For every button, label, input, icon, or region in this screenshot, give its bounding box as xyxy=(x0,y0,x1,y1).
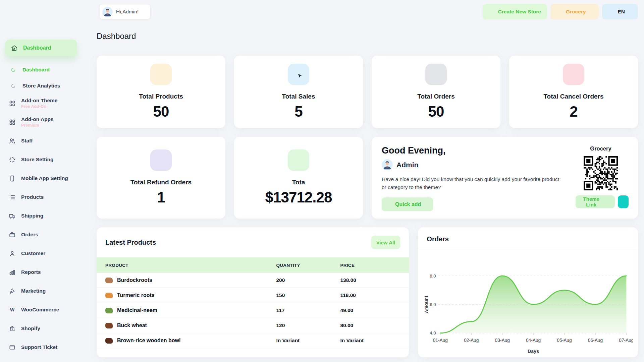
main-content: Hi,Admin! Create New Store Grocery EN Da… xyxy=(83,0,644,362)
sidebar-item-icon xyxy=(9,344,16,351)
svg-text:Amount: Amount xyxy=(424,296,429,313)
sidebar-item-icon xyxy=(9,119,16,126)
stat-card-value: 50 xyxy=(153,103,169,120)
stat-card-icon xyxy=(563,64,584,85)
stat-card-icon xyxy=(288,149,309,171)
chevron-icon xyxy=(71,195,76,199)
sidebar-item-icon xyxy=(9,100,16,107)
sidebar-item-marketing[interactable]: Marketing xyxy=(0,282,83,300)
product-price: 49.00 xyxy=(340,307,409,313)
product-quantity: 200 xyxy=(276,277,340,283)
sidebar-item-label: Reports xyxy=(21,269,41,275)
greeting-title: Good Evening, xyxy=(382,145,576,156)
language-selector-button[interactable]: EN xyxy=(602,4,638,19)
sidebar-item-dashboard-sub[interactable]: Dashboard xyxy=(0,62,83,78)
user-menu[interactable]: Hi,Admin! xyxy=(99,4,151,19)
product-name: Medicinal-neem xyxy=(117,307,157,313)
product-thumbnail xyxy=(105,308,113,313)
orders-chart-card: Orders 4.06.08.001-Aug02-Aug03-Aug04-Aug… xyxy=(418,227,638,357)
svg-text:07-Aug: 07-Aug xyxy=(619,338,633,343)
sidebar-item-icon xyxy=(9,175,16,182)
admin-avatar xyxy=(382,159,393,170)
sidebar-item-icon xyxy=(9,306,16,313)
sidebar-item-icon xyxy=(9,213,16,220)
products-table-body: Burdockroots 200 138.00 Turmeric roots 1… xyxy=(97,273,409,348)
sidebar-item-shipping[interactable]: Shipping xyxy=(0,206,83,225)
product-quantity: 120 xyxy=(276,322,340,328)
sidebar-item-orders[interactable]: Orders xyxy=(0,225,83,244)
stat-card-label: Total Cancel Orders xyxy=(543,93,603,100)
product-thumbnail xyxy=(105,278,113,283)
chevron-icon xyxy=(71,138,76,143)
sidebar-item-support-ticket[interactable]: Support Ticket xyxy=(0,338,83,357)
sidebar-item-label: Products xyxy=(21,194,44,200)
column-product: PRODUCT xyxy=(97,263,276,268)
sidebar-item-add-on-apps[interactable]: Add-on Apps Premium xyxy=(0,113,83,131)
sidebar-item-label: Dashboard xyxy=(22,67,50,73)
stat-card-value: 5 xyxy=(294,103,302,120)
product-price: 138.00 xyxy=(340,277,409,283)
store-name-label: Grocery xyxy=(590,145,611,152)
sidebar-item-staff[interactable]: Staff xyxy=(0,131,83,150)
products-table-header: PRODUCT QUANTITY PRICE xyxy=(97,257,409,273)
stat-card-label: Total Sales xyxy=(282,93,315,100)
sidebar-item-add-on-theme[interactable]: Add-on Theme Free Add-On xyxy=(0,94,83,113)
sidebar-item-label: Dashboard xyxy=(23,45,51,51)
sidebar-item-store-analytics[interactable]: Store Analytics xyxy=(0,78,83,94)
sidebar-item-woocommerce[interactable]: WooCommerce xyxy=(0,300,83,319)
stat-card: Total Orders 50 xyxy=(372,56,500,128)
product-name: Burdockroots xyxy=(117,277,152,283)
plus-circle-icon xyxy=(489,9,495,15)
share-button[interactable] xyxy=(618,195,629,208)
product-thumbnail xyxy=(105,293,113,298)
stat-card: Tota $13712.28 xyxy=(234,137,363,219)
product-quantity: In Variant xyxy=(276,338,340,344)
sidebar-item-customer[interactable]: Customer xyxy=(0,244,83,263)
product-name: Brown-rice wooden bowl xyxy=(117,338,180,344)
svg-text:01-Aug: 01-Aug xyxy=(433,338,448,343)
sidebar-item-icon xyxy=(9,231,16,238)
storefront-icon xyxy=(556,9,563,15)
stat-card: Total Refund Orders 1 xyxy=(97,137,225,219)
share-icon xyxy=(620,199,626,205)
view-all-button[interactable]: View All xyxy=(371,236,400,249)
theme-link-button[interactable]: Theme Link xyxy=(576,195,615,208)
svg-text:06-Aug: 06-Aug xyxy=(588,338,603,343)
sidebar-item-icon xyxy=(9,250,16,257)
svg-text:05-Aug: 05-Aug xyxy=(557,338,572,343)
quick-add-button[interactable]: Quick add xyxy=(382,197,433,211)
svg-text:6.0: 6.0 xyxy=(430,302,436,307)
greeting-user-name: Admin xyxy=(396,161,418,169)
user-greeting: Hi,Admin! xyxy=(116,9,139,15)
chevron-icon xyxy=(71,326,76,331)
stat-card-label: Total Orders xyxy=(417,93,455,100)
sidebar-item-dashboard[interactable]: Dashboard xyxy=(5,40,77,56)
sidebar-item-store-setting[interactable]: Store Setting xyxy=(0,150,83,169)
sidebar-item-products[interactable]: Products xyxy=(0,188,83,206)
sidebar-item-label: Support Ticket xyxy=(21,344,57,350)
sidebar-item-icon xyxy=(11,45,18,52)
sidebar-item-label: Shipping xyxy=(21,213,43,219)
create-new-store-button[interactable]: Create New Store xyxy=(483,4,547,19)
product-quantity: 150 xyxy=(276,292,340,298)
greeting-message: Have a nice day! Did you know that you c… xyxy=(382,175,565,191)
sidebar-item-shopify[interactable]: Shopify xyxy=(0,319,83,338)
globe-icon xyxy=(608,9,614,15)
sidebar-item-mobile-app-setting[interactable]: Mobile App Setting xyxy=(0,169,83,188)
product-row-Burdockroots: Burdockroots 200 138.00 xyxy=(97,273,409,288)
product-price: 80.00 xyxy=(340,322,409,328)
store-selector-button[interactable]: Grocery xyxy=(550,4,599,19)
column-quantity: QUANTITY xyxy=(276,263,340,268)
sidebar-item-label: Customer xyxy=(21,250,45,256)
product-price: 118.00 xyxy=(340,292,409,298)
sidebar-item-label: WooCommerce xyxy=(21,307,59,313)
orders-area-chart: 4.06.08.001-Aug02-Aug03-Aug04-Aug05-Aug0… xyxy=(422,253,633,356)
sidebar-item-label: Staff xyxy=(21,138,33,144)
product-name: Buck wheat xyxy=(117,322,147,328)
sidebar-item-label: Marketing xyxy=(21,288,46,294)
chevron-down-icon xyxy=(424,202,428,206)
sidebar-item-reports[interactable]: Reports xyxy=(0,263,83,282)
stat-card-label: Total Products xyxy=(139,93,183,100)
sidebar-item-label: Store Setting xyxy=(21,157,53,163)
stat-card: Total Sales 5 xyxy=(234,56,363,128)
